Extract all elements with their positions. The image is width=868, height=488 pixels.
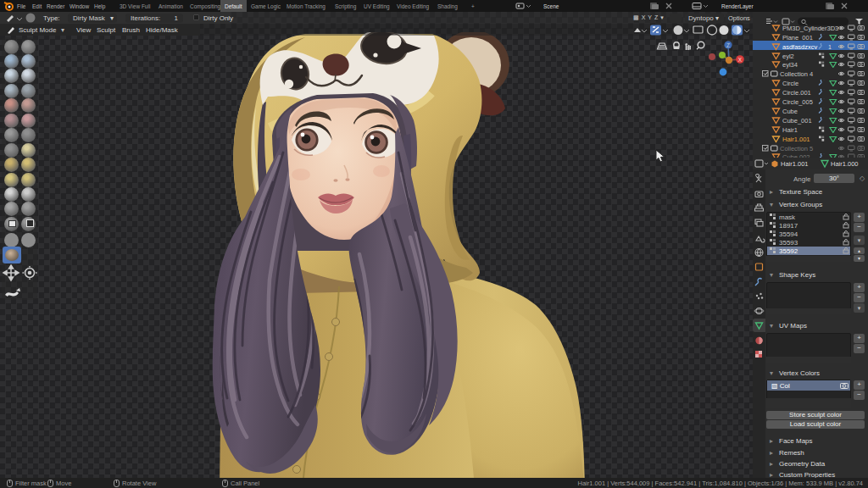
svg-text:Z: Z bbox=[726, 42, 730, 48]
svg-text:1: 1 bbox=[828, 43, 832, 49]
svg-text:X: X bbox=[738, 57, 743, 63]
